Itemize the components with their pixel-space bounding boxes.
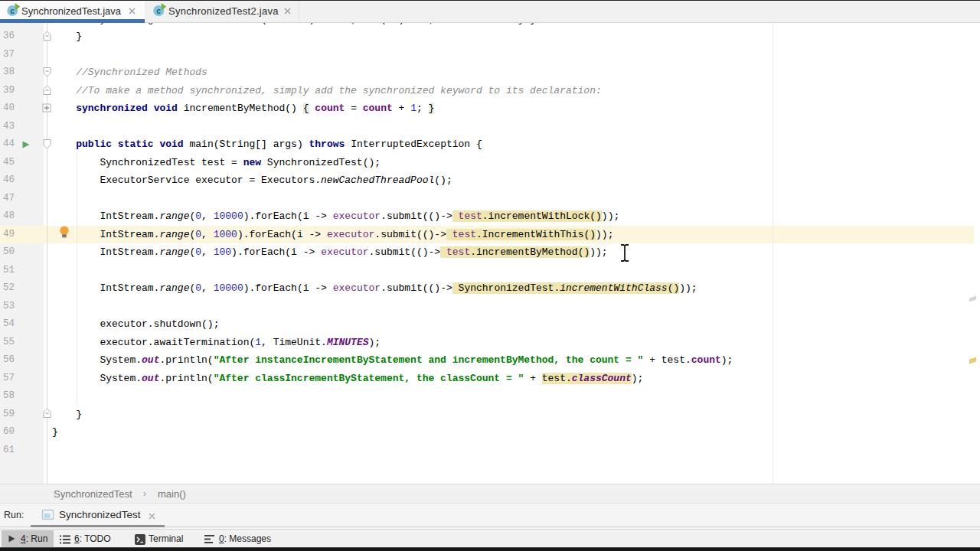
svg-text:c: c bbox=[10, 6, 15, 15]
svg-text:c: c bbox=[156, 6, 161, 15]
